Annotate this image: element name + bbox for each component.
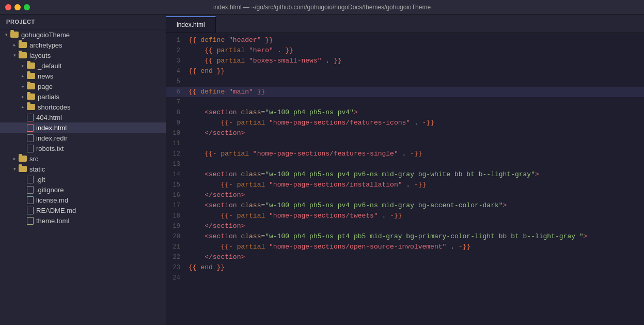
- kw-token: [253, 88, 257, 96]
- minus-token: -: [229, 243, 233, 251]
- minus-token: -: [213, 150, 217, 158]
- line-number: 22: [170, 254, 189, 261]
- delim-token: {{: [221, 243, 229, 251]
- text-token: [189, 191, 205, 199]
- fullscreen-button[interactable]: [24, 4, 30, 10]
- kw-token: [386, 212, 390, 220]
- tree-item-label: shortcodes: [38, 103, 71, 111]
- kw-token: [378, 212, 382, 220]
- title-bar: index.html — ~/go/src/github.com/gohugoi…: [0, 0, 644, 14]
- kw-token: define: [197, 88, 229, 96]
- tree-item-gohugoioTheme[interactable]: gohugoioTheme: [0, 29, 166, 40]
- kw-token: [418, 119, 422, 127]
- dot-token: .: [450, 243, 454, 251]
- tree-item-static[interactable]: static: [0, 164, 166, 174]
- tag-token: >: [241, 129, 245, 137]
- dot-token: .: [325, 57, 329, 65]
- line-content: {{- partial "home-page-sections/features…: [189, 118, 640, 128]
- kw-token: end: [197, 264, 217, 271]
- tree-item-shortcodes[interactable]: shortcodes: [0, 102, 166, 112]
- attr-token: class: [241, 171, 261, 178]
- kw-token: [398, 150, 402, 158]
- folder-icon: [27, 83, 35, 89]
- delim-token: }}: [463, 243, 471, 251]
- code-lines: 1{{ define "header" }}2 {{ partial "hero…: [166, 35, 644, 283]
- tree-item-README.md[interactable]: README.md: [0, 205, 166, 215]
- tree-item-.gitignore[interactable]: .gitignore: [0, 184, 166, 195]
- attrval-token: "w-100 ph4 ph5-ns pt4 pb5 mid-gray bg-pr…: [265, 233, 583, 240]
- tree-item-index.redir[interactable]: index.redir: [0, 133, 166, 143]
- minus-token: -: [229, 181, 233, 189]
- kw-token: partial: [233, 243, 269, 251]
- tag-token: <section: [205, 171, 237, 178]
- tree-item-partials[interactable]: partials: [0, 91, 166, 102]
- delim-token: {{: [189, 67, 197, 75]
- chevron-right-icon: [19, 92, 27, 101]
- tree-item-index.html[interactable]: index.html: [0, 122, 166, 133]
- folder-icon: [19, 156, 27, 162]
- text-token: [189, 253, 205, 261]
- chevron-right-icon: [19, 72, 27, 80]
- line-number: 5: [170, 78, 189, 85]
- tree-item-404.html[interactable]: 404.html: [0, 112, 166, 122]
- delim-token: {{: [221, 212, 229, 220]
- close-button[interactable]: [5, 4, 11, 10]
- tree-item-_default[interactable]: _default: [0, 60, 166, 71]
- tree-item-label: partials: [38, 93, 59, 101]
- minimize-button[interactable]: [14, 4, 21, 10]
- tree-item-label: index.html: [36, 124, 67, 132]
- str-token: "hero": [249, 47, 273, 54]
- tree-item-label: _default: [38, 62, 61, 70]
- tree-item-robots.txt[interactable]: robots.txt: [0, 143, 166, 153]
- tab-index-html[interactable]: index.html: [166, 16, 216, 33]
- code-line: 20 <section class="w-100 ph4 ph5-ns pt4 …: [166, 231, 644, 242]
- tag-token: >: [584, 233, 588, 240]
- tree-item-label: .git: [36, 176, 45, 183]
- chevron-right-icon: [19, 61, 27, 70]
- tree-item-label: layouts: [29, 52, 51, 59]
- tree-item-layouts[interactable]: layouts: [0, 50, 166, 60]
- kw-token: [406, 150, 410, 158]
- kw-token: [454, 243, 459, 251]
- line-content: </section>: [189, 252, 640, 262]
- tree-item-label: gohugoioTheme: [21, 31, 70, 39]
- kw-token: [446, 243, 450, 251]
- code-line: 9 {{- partial "home-page-sections/featur…: [166, 118, 644, 128]
- code-line: 18 {{- partial "home-page-sections/tweet…: [166, 211, 644, 221]
- line-content: {{- partial "home-page-sections/tweets" …: [189, 211, 640, 221]
- line-content: </section>: [189, 128, 640, 138]
- code-line: 3 {{ partial "boxes-small-news" . }}: [166, 56, 644, 66]
- tree-item-theme.toml[interactable]: theme.toml: [0, 215, 166, 226]
- delim-token: {{: [205, 47, 213, 54]
- tree-item-page[interactable]: page: [0, 81, 166, 91]
- text-token: [189, 57, 205, 65]
- code-line: 13: [166, 159, 644, 169]
- tree-item-license.md[interactable]: license.md: [0, 195, 166, 205]
- str-token: "home-page-sections/features-icons": [269, 119, 410, 127]
- tag-token: <section: [205, 109, 237, 116]
- text-token: [189, 47, 205, 54]
- tree-item-label: README.md: [36, 207, 76, 214]
- chevron-right-icon: [10, 41, 19, 49]
- tree-item-news[interactable]: news: [0, 71, 166, 81]
- folder-icon: [27, 73, 35, 79]
- minus-token: -: [390, 212, 394, 220]
- tree-item-archetypes[interactable]: archetypes: [0, 40, 166, 50]
- tree-item-label: license.md: [36, 196, 68, 204]
- code-area[interactable]: 1{{ define "header" }}2 {{ partial "hero…: [166, 33, 644, 325]
- tag-token: <section: [205, 233, 237, 240]
- str-token: "home-page-sections/open-source-involvem…: [269, 243, 446, 251]
- line-content: {{ partial "boxes-small-news" . }}: [189, 56, 640, 66]
- str-token: "header": [229, 36, 261, 44]
- folder-icon: [19, 166, 27, 172]
- line-number: 16: [170, 192, 189, 199]
- text-token: [189, 243, 221, 251]
- delim-token: }}: [334, 57, 342, 65]
- folder-icon: [27, 94, 35, 100]
- code-line: 5: [166, 76, 644, 87]
- tree-item-.git[interactable]: .git: [0, 174, 166, 184]
- text-token: [189, 202, 205, 209]
- tree-item-src[interactable]: src: [0, 153, 166, 164]
- tree-item-label: page: [38, 83, 53, 90]
- line-content: </section>: [189, 190, 640, 200]
